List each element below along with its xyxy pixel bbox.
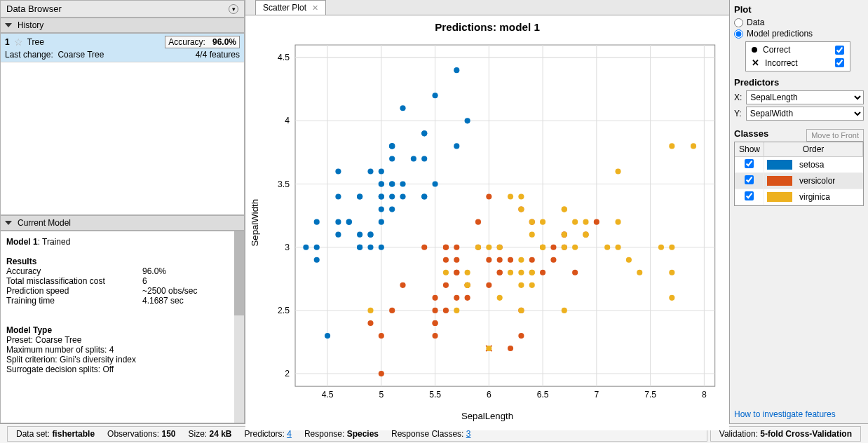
- svg-text:3.5: 3.5: [278, 179, 290, 189]
- svg-point-121: [443, 245, 449, 250]
- history-item[interactable]: 1 ☆ Tree Accuracy: 96.0% Last change: Co…: [1, 34, 244, 62]
- svg-point-170: [529, 232, 535, 238]
- checkbox-correct[interactable]: [835, 46, 844, 55]
- svg-point-57: [379, 245, 384, 250]
- svg-point-78: [389, 143, 395, 149]
- svg-point-90: [550, 257, 556, 263]
- svg-point-158: [615, 219, 621, 225]
- svg-point-50: [454, 143, 459, 149]
- y-predictor-select[interactable]: SepalWidth: [746, 107, 864, 121]
- checkbox-incorrect[interactable]: [835, 58, 844, 67]
- class-show-checkbox[interactable]: [745, 191, 754, 200]
- classes-table: ShowOrder setosaversicolorvirginica: [734, 142, 864, 206]
- svg-point-86: [540, 270, 545, 275]
- svg-point-180: [540, 245, 545, 250]
- class-row[interactable]: versicolor: [735, 173, 863, 189]
- class-row[interactable]: virginica: [735, 189, 863, 205]
- svg-point-167: [497, 295, 503, 301]
- svg-text:6.5: 6.5: [537, 390, 549, 400]
- radio-data[interactable]: Data: [734, 18, 864, 27]
- svg-text:4.5: 4.5: [278, 53, 290, 62]
- scatter-plot[interactable]: 4.555.566.577.5822.533.544.5Predictions:…: [245, 15, 729, 430]
- history-header[interactable]: History: [0, 18, 245, 33]
- svg-point-118: [486, 193, 491, 199]
- svg-point-140: [626, 257, 632, 263]
- class-swatch: [767, 192, 792, 202]
- svg-point-177: [562, 207, 567, 212]
- svg-text:5: 5: [379, 390, 384, 400]
- tab-scatter-plot[interactable]: Scatter Plot ✕: [255, 0, 326, 15]
- svg-point-143: [540, 219, 545, 225]
- current-model-header[interactable]: Current Model: [0, 215, 245, 231]
- svg-point-92: [379, 371, 384, 376]
- svg-point-126: [379, 333, 384, 339]
- class-swatch: [767, 176, 792, 186]
- svg-point-123: [433, 295, 438, 301]
- star-icon[interactable]: ☆: [14, 36, 23, 48]
- svg-point-70: [314, 245, 320, 250]
- class-show-checkbox[interactable]: [745, 175, 754, 184]
- move-to-front-button[interactable]: Move to Front: [806, 129, 864, 142]
- class-show-checkbox[interactable]: [745, 159, 754, 168]
- svg-point-53: [389, 156, 395, 161]
- svg-point-176: [572, 219, 578, 225]
- svg-point-174: [583, 232, 588, 238]
- history-accuracy: Accuracy: 96.0%: [165, 36, 240, 48]
- svg-point-135: [604, 245, 610, 250]
- svg-point-175: [465, 282, 470, 288]
- radio-model-predictions[interactable]: Model predictions: [734, 29, 864, 39]
- svg-point-63: [421, 193, 427, 199]
- class-row[interactable]: setosa: [735, 157, 863, 173]
- x-predictor-select[interactable]: SepalLength: [746, 90, 864, 104]
- svg-point-33: [367, 245, 373, 250]
- svg-point-60: [400, 193, 405, 199]
- svg-point-36: [379, 168, 384, 174]
- chevron-down-icon: [5, 23, 12, 27]
- svg-point-163: [637, 270, 642, 275]
- svg-point-59: [400, 181, 405, 186]
- svg-point-146: [454, 308, 459, 313]
- svg-point-151: [669, 295, 674, 301]
- svg-point-127: [443, 282, 449, 288]
- svg-point-103: [475, 219, 481, 225]
- svg-point-77: [357, 245, 362, 250]
- svg-point-152: [486, 346, 491, 351]
- svg-point-155: [669, 270, 674, 275]
- svg-point-132: [454, 270, 459, 275]
- svg-point-144: [529, 282, 535, 288]
- svg-point-82: [594, 219, 599, 225]
- svg-point-173: [562, 232, 567, 238]
- svg-point-96: [497, 257, 503, 263]
- svg-point-81: [379, 207, 384, 212]
- svg-point-169: [518, 193, 524, 199]
- svg-text:7: 7: [594, 390, 599, 400]
- svg-point-67: [379, 219, 384, 225]
- svg-point-164: [691, 143, 696, 149]
- close-icon[interactable]: ✕: [312, 4, 318, 13]
- svg-point-114: [433, 320, 438, 326]
- collapse-icon[interactable]: ▾: [229, 4, 238, 14]
- class-name: versicolor: [795, 174, 863, 188]
- svg-point-171: [486, 245, 491, 250]
- svg-point-141: [562, 308, 567, 313]
- scrollbar[interactable]: [234, 231, 244, 423]
- svg-point-58: [379, 193, 384, 199]
- svg-point-160: [497, 245, 503, 250]
- class-name: setosa: [795, 158, 863, 172]
- svg-point-138: [658, 245, 664, 250]
- svg-point-101: [508, 346, 513, 351]
- help-link[interactable]: How to investigate features: [734, 409, 864, 419]
- svg-text:6: 6: [487, 390, 491, 400]
- svg-point-40: [314, 257, 320, 263]
- svg-point-145: [572, 245, 578, 250]
- svg-text:7.5: 7.5: [644, 390, 656, 400]
- svg-point-182: [475, 245, 481, 250]
- class-name: virginica: [795, 190, 863, 204]
- svg-text:2: 2: [285, 369, 290, 379]
- svg-point-131: [389, 308, 395, 313]
- svg-point-102: [443, 308, 449, 313]
- svg-point-168: [669, 245, 674, 250]
- svg-point-47: [454, 67, 459, 73]
- svg-text:2.5: 2.5: [278, 306, 290, 315]
- svg-rect-0: [295, 45, 715, 386]
